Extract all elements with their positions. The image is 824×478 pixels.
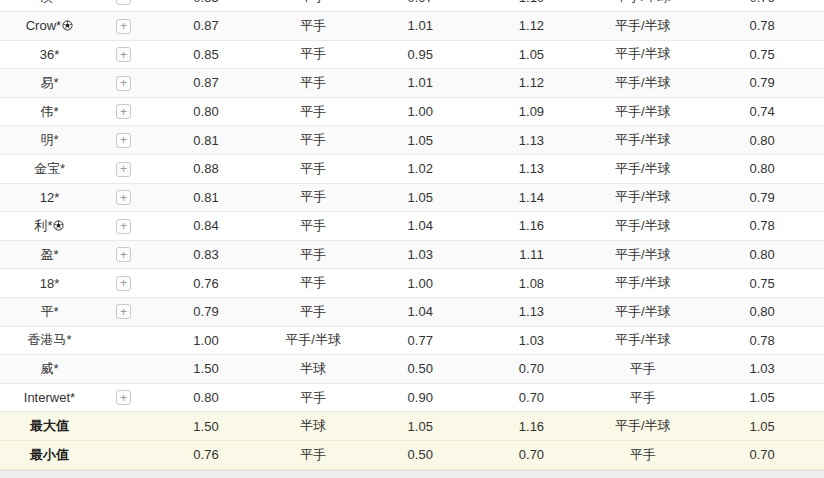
away-odds-cell-2: 0.74	[700, 104, 824, 119]
bookmaker-label: 最小值	[30, 447, 69, 462]
bookmaker-label: Interwet*	[24, 390, 75, 405]
away-odds-cell: 0.95	[363, 47, 478, 62]
soccer-ball-icon	[53, 219, 64, 234]
bookmaker-name: 金宝*	[0, 160, 99, 178]
away-odds-cell-2: 0.80	[700, 304, 824, 319]
away-odds-cell: 1.00	[363, 104, 478, 119]
odds-row: 平* + 0.79 平手 1.04 1.13 平手/半球 0.80	[0, 298, 824, 327]
home-odds-cell-2: 1.09	[478, 104, 585, 119]
expand-odds-button[interactable]: +	[116, 190, 131, 205]
home-odds-cell: 0.84	[148, 218, 263, 233]
expand-odds-button[interactable]: +	[116, 0, 131, 5]
bookmaker-name: 最小值	[0, 446, 99, 464]
handicap-cell-2: 平手/半球	[585, 17, 700, 35]
away-odds-cell: 1.04	[363, 304, 478, 319]
handicap-cell: 平手	[264, 131, 363, 149]
away-odds-cell-2: 1.05	[700, 390, 824, 405]
bookmaker-name: 36*	[0, 47, 99, 62]
handicap-cell: 平手	[264, 45, 363, 63]
home-odds-cell-2: 1.12	[478, 75, 585, 90]
footer-strip	[0, 470, 824, 478]
home-odds-cell-2: 1.08	[478, 276, 585, 291]
expand-odds-button[interactable]: +	[116, 390, 131, 405]
expand-odds-button[interactable]: +	[116, 47, 131, 62]
bookmaker-label: 明*	[40, 132, 58, 147]
expand-odds-button[interactable]: +	[116, 133, 131, 148]
handicap-cell: 半球	[264, 360, 363, 378]
handicap-cell: 平手	[264, 303, 363, 321]
bookmaker-label: 18*	[40, 276, 60, 291]
handicap-cell: 平手	[264, 17, 363, 35]
handicap-cell: 平手	[264, 217, 363, 235]
handicap-cell-2: 平手/半球	[585, 417, 700, 435]
home-odds-cell: 0.80	[148, 390, 263, 405]
home-odds-cell-2: 1.14	[478, 190, 585, 205]
home-odds-cell: 0.81	[148, 190, 263, 205]
handicap-cell-2: 平手	[585, 389, 700, 407]
handicap-cell: 平手	[264, 0, 363, 6]
expand-odds-button[interactable]: +	[116, 276, 131, 291]
home-odds-cell: 1.50	[148, 419, 263, 434]
odds-table: 澳* + 0.85 平手 0.97 1.10 平手/半球 0.76 Crow* …	[0, 0, 824, 470]
away-odds-cell-2: 0.75	[700, 276, 824, 291]
odds-row: 澳* + 0.85 平手 0.97 1.10 平手/半球 0.76	[0, 0, 824, 12]
odds-row: 最大值 + 1.50 半球 1.05 1.16 平手/半球 1.05	[0, 412, 824, 441]
odds-row: 盈* + 0.83 平手 1.03 1.11 平手/半球 0.80	[0, 241, 824, 270]
handicap-cell-2: 平手/半球	[585, 74, 700, 92]
handicap-cell-2: 平手/半球	[585, 160, 700, 178]
handicap-cell: 平手/半球	[264, 331, 363, 349]
handicap-cell-2: 平手/半球	[585, 331, 700, 349]
odds-row: 12* + 0.81 平手 1.05 1.14 平手/半球 0.79	[0, 184, 824, 213]
home-odds-cell: 0.87	[148, 75, 263, 90]
bookmaker-label: 香港马*	[27, 332, 71, 347]
bookmaker-name: 平*	[0, 303, 99, 321]
odds-row: 明* + 0.81 平手 1.05 1.13 平手/半球 0.80	[0, 126, 824, 155]
handicap-cell-2: 平手/半球	[585, 131, 700, 149]
home-odds-cell: 0.85	[148, 47, 263, 62]
handicap-cell: 半球	[264, 417, 363, 435]
handicap-cell: 平手	[264, 446, 363, 464]
away-odds-cell: 1.04	[363, 218, 478, 233]
home-odds-cell-2: 1.13	[478, 161, 585, 176]
handicap-cell-2: 平手/半球	[585, 45, 700, 63]
expand-odds-button[interactable]: +	[116, 19, 131, 34]
bookmaker-name: 伟*	[0, 103, 99, 121]
away-odds-cell: 0.50	[363, 361, 478, 376]
odds-row: 36* + 0.85 平手 0.95 1.05 平手/半球 0.75	[0, 41, 824, 70]
bookmaker-label: 36*	[40, 47, 60, 62]
away-odds-cell-2: 1.05	[700, 419, 824, 434]
home-odds-cell: 0.76	[148, 276, 263, 291]
odds-row: Interwet* + 0.80 平手 0.90 0.70 平手 1.05	[0, 384, 824, 413]
odds-row: 威* + 1.50 半球 0.50 0.70 平手 1.03	[0, 355, 824, 384]
away-odds-cell: 0.90	[363, 390, 478, 405]
bookmaker-label: 易*	[40, 75, 58, 90]
home-odds-cell-2: 1.11	[478, 247, 585, 262]
away-odds-cell-2: 0.70	[700, 447, 824, 462]
handicap-cell: 平手	[264, 103, 363, 121]
expand-odds-button[interactable]: +	[116, 247, 131, 262]
away-odds-cell-2: 0.78	[700, 218, 824, 233]
odds-row: 伟* + 0.80 平手 1.00 1.09 平手/半球 0.74	[0, 98, 824, 127]
home-odds-cell-2: 1.10	[478, 0, 585, 5]
handicap-cell: 平手	[264, 274, 363, 292]
bookmaker-name: 香港马*	[0, 331, 99, 349]
expand-odds-button[interactable]: +	[116, 219, 131, 234]
bookmaker-name: 18*	[0, 276, 99, 291]
home-odds-cell: 1.50	[148, 361, 263, 376]
away-odds-cell: 1.01	[363, 75, 478, 90]
expand-odds-button[interactable]: +	[116, 76, 131, 91]
expand-odds-button[interactable]: +	[116, 304, 131, 319]
home-odds-cell: 0.87	[148, 18, 263, 33]
away-odds-cell: 0.97	[363, 0, 478, 5]
handicap-cell: 平手	[264, 246, 363, 264]
home-odds-cell-2: 1.03	[478, 333, 585, 348]
expand-odds-button[interactable]: +	[116, 104, 131, 119]
handicap-cell-2: 平手/半球	[585, 246, 700, 264]
away-odds-cell-2: 0.80	[700, 247, 824, 262]
bookmaker-name: 易*	[0, 74, 99, 92]
away-odds-cell: 1.01	[363, 18, 478, 33]
odds-row: 香港马* + 1.00 平手/半球 0.77 1.03 平手/半球 0.78	[0, 327, 824, 356]
expand-odds-button[interactable]: +	[116, 162, 131, 177]
away-odds-cell-2: 0.79	[700, 190, 824, 205]
handicap-cell-2: 平手/半球	[585, 0, 700, 6]
